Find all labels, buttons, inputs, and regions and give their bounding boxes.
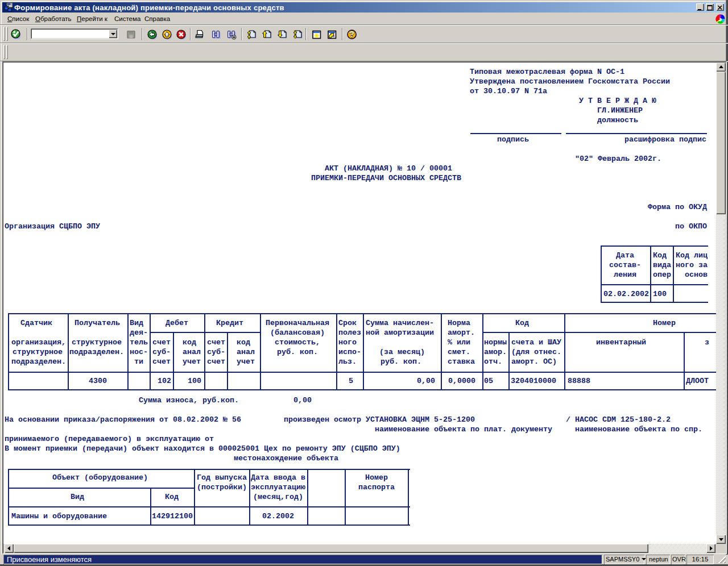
svg-text:?: ?: [349, 30, 354, 39]
